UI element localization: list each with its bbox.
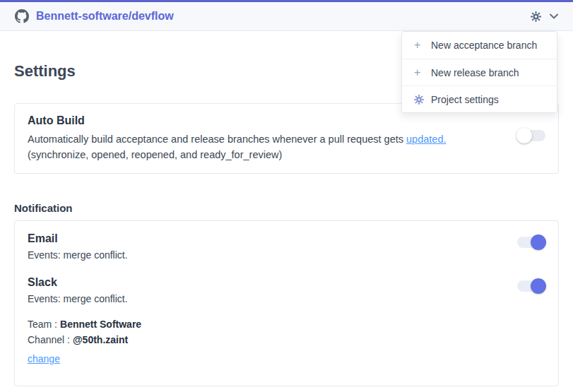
notification-section-label: Notification xyxy=(14,202,559,215)
repo-link[interactable]: Bennett-software/devflow xyxy=(15,9,174,23)
auto-build-card: Auto Build Automatically build acceptanc… xyxy=(14,103,559,174)
slack-events: Events: merge conflict. xyxy=(28,292,545,306)
auto-build-title: Auto Build xyxy=(28,114,545,128)
change-link[interactable]: change xyxy=(28,353,60,365)
auto-build-description-line2: (synchronize, opened, reopened, and read… xyxy=(28,149,282,160)
email-events: Events: merge conflict. xyxy=(28,248,545,262)
email-title: Email xyxy=(28,232,545,246)
slack-team-info: Team :Bennett Software Channel :@50th.za… xyxy=(28,316,545,367)
toggle-knob xyxy=(516,128,532,143)
team-value: Bennett Software xyxy=(60,319,141,330)
gear-icon xyxy=(531,11,541,22)
email-toggle[interactable] xyxy=(517,237,545,248)
github-icon xyxy=(15,9,29,23)
plus-icon: + xyxy=(414,67,431,78)
repo-title: Bennett-software/devflow xyxy=(36,10,174,23)
menu-item-project-settings[interactable]: Project settings xyxy=(402,85,557,112)
channel-value: @50th.zaint xyxy=(73,334,128,345)
channel-label: Channel : xyxy=(28,334,70,345)
gear-icon xyxy=(414,95,431,105)
notification-card: Email Events: merge conflict. Slack Even… xyxy=(14,220,559,386)
slack-title: Slack xyxy=(28,275,545,290)
team-label: Team : xyxy=(28,319,57,330)
menu-item-new-release-branch[interactable]: + New release branch xyxy=(402,59,557,85)
updated-link[interactable]: updated. xyxy=(406,133,446,145)
team-line: Team :Bennett Software xyxy=(28,316,545,332)
toggle-knob xyxy=(531,278,546,294)
slack-toggle[interactable] xyxy=(517,280,545,292)
email-notification-row: Email Events: merge conflict. xyxy=(28,232,545,262)
plus-icon: + xyxy=(414,40,431,51)
chevron-down-icon xyxy=(550,13,558,19)
menu-item-label: New release branch xyxy=(431,67,519,78)
auto-build-toggle[interactable] xyxy=(517,130,545,141)
menu-item-new-acceptance-branch[interactable]: + New acceptance branch xyxy=(402,32,557,59)
menu-item-label: New acceptance branch xyxy=(431,40,537,51)
branch-menu-dropdown: + New acceptance branch + New release br… xyxy=(401,31,557,113)
auto-build-description: Automatically build acceptance and relea… xyxy=(28,131,501,162)
channel-line: Channel :@50th.zaint xyxy=(28,332,545,348)
settings-menu-button[interactable] xyxy=(531,11,558,22)
slack-notification-row: Slack Events: merge conflict. xyxy=(28,275,545,306)
app-header: Bennett-software/devflow xyxy=(0,2,573,31)
toggle-knob xyxy=(531,234,546,250)
menu-item-label: Project settings xyxy=(431,94,499,105)
auto-build-description-text: Automatically build acceptance and relea… xyxy=(28,133,406,145)
